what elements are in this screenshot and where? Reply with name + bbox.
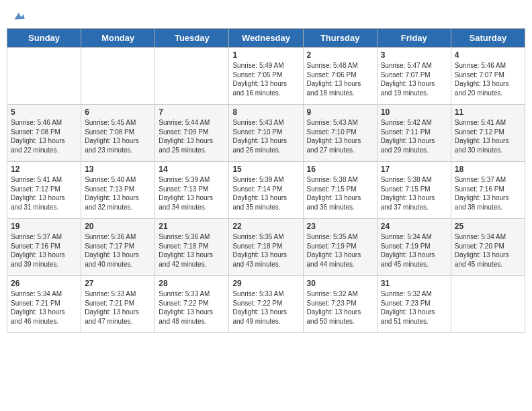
- day-number: 3: [381, 50, 447, 60]
- day-number: 10: [381, 107, 447, 117]
- calendar-week-row: 1Sunrise: 5:49 AM Sunset: 7:05 PM Daylig…: [7, 48, 525, 105]
- calendar-cell: [155, 48, 229, 105]
- day-info: Sunrise: 5:37 AM Sunset: 7:16 PM Dayligh…: [455, 175, 521, 212]
- day-info: Sunrise: 5:49 AM Sunset: 7:05 PM Dayligh…: [232, 61, 299, 97]
- calendar-cell: 19Sunrise: 5:37 AM Sunset: 7:16 PM Dayli…: [7, 219, 81, 276]
- day-number: 5: [11, 107, 77, 117]
- day-number: 13: [85, 165, 151, 174]
- calendar-cell: 2Sunrise: 5:48 AM Sunset: 7:06 PM Daylig…: [303, 48, 377, 105]
- day-info: Sunrise: 5:36 AM Sunset: 7:17 PM Dayligh…: [85, 232, 151, 269]
- day-number: 21: [159, 222, 225, 231]
- day-info: Sunrise: 5:46 AM Sunset: 7:07 PM Dayligh…: [455, 61, 521, 97]
- day-number: 15: [232, 165, 299, 174]
- calendar-cell: [451, 276, 525, 333]
- day-info: Sunrise: 5:47 AM Sunset: 7:07 PM Dayligh…: [381, 61, 447, 97]
- day-number: 12: [11, 165, 77, 174]
- day-info: Sunrise: 5:37 AM Sunset: 7:16 PM Dayligh…: [11, 232, 77, 269]
- calendar-cell: [81, 48, 155, 105]
- calendar-cell: 12Sunrise: 5:41 AM Sunset: 7:12 PM Dayli…: [7, 162, 81, 219]
- calendar-table: SundayMondayTuesdayWednesdayThursdayFrid…: [7, 28, 525, 333]
- calendar-cell: 28Sunrise: 5:33 AM Sunset: 7:22 PM Dayli…: [155, 276, 229, 333]
- calendar-cell: 24Sunrise: 5:34 AM Sunset: 7:19 PM Dayli…: [377, 219, 451, 276]
- weekday-header: Friday: [377, 29, 451, 48]
- day-number: 8: [232, 107, 299, 117]
- day-info: Sunrise: 5:33 AM Sunset: 7:21 PM Dayligh…: [85, 289, 151, 326]
- calendar-cell: 20Sunrise: 5:36 AM Sunset: 7:17 PM Dayli…: [81, 219, 155, 276]
- day-number: 11: [455, 107, 521, 117]
- day-number: 18: [455, 165, 521, 174]
- day-number: 17: [381, 165, 447, 174]
- day-number: 31: [381, 279, 447, 288]
- calendar-cell: 26Sunrise: 5:34 AM Sunset: 7:21 PM Dayli…: [7, 276, 81, 333]
- day-info: Sunrise: 5:41 AM Sunset: 7:12 PM Dayligh…: [455, 118, 521, 154]
- calendar-cell: 15Sunrise: 5:39 AM Sunset: 7:14 PM Dayli…: [229, 162, 303, 219]
- day-info: Sunrise: 5:32 AM Sunset: 7:23 PM Dayligh…: [307, 289, 373, 326]
- calendar-cell: 4Sunrise: 5:46 AM Sunset: 7:07 PM Daylig…: [451, 48, 525, 105]
- calendar-week-row: 5Sunrise: 5:46 AM Sunset: 7:08 PM Daylig…: [7, 105, 525, 162]
- day-number: 27: [85, 279, 151, 288]
- calendar-cell: 11Sunrise: 5:41 AM Sunset: 7:12 PM Dayli…: [451, 105, 525, 162]
- calendar-header-row: SundayMondayTuesdayWednesdayThursdayFrid…: [7, 29, 525, 48]
- day-number: 14: [159, 165, 225, 174]
- day-info: Sunrise: 5:46 AM Sunset: 7:08 PM Dayligh…: [11, 118, 77, 154]
- day-number: 7: [159, 107, 225, 117]
- weekday-header: Thursday: [303, 29, 377, 48]
- calendar-cell: 31Sunrise: 5:32 AM Sunset: 7:23 PM Dayli…: [377, 276, 451, 333]
- calendar-week-row: 12Sunrise: 5:41 AM Sunset: 7:12 PM Dayli…: [7, 162, 525, 219]
- day-number: 22: [232, 222, 299, 231]
- day-info: Sunrise: 5:35 AM Sunset: 7:18 PM Dayligh…: [232, 232, 299, 269]
- day-number: 20: [85, 222, 151, 231]
- day-info: Sunrise: 5:38 AM Sunset: 7:15 PM Dayligh…: [381, 175, 447, 212]
- day-number: 2: [307, 50, 373, 60]
- calendar-cell: 1Sunrise: 5:49 AM Sunset: 7:05 PM Daylig…: [229, 48, 303, 105]
- day-info: Sunrise: 5:33 AM Sunset: 7:22 PM Dayligh…: [232, 289, 299, 326]
- calendar-cell: 17Sunrise: 5:38 AM Sunset: 7:15 PM Dayli…: [377, 162, 451, 219]
- calendar-week-row: 19Sunrise: 5:37 AM Sunset: 7:16 PM Dayli…: [7, 219, 525, 276]
- calendar-cell: 18Sunrise: 5:37 AM Sunset: 7:16 PM Dayli…: [451, 162, 525, 219]
- day-number: 16: [307, 165, 373, 174]
- day-info: Sunrise: 5:43 AM Sunset: 7:10 PM Dayligh…: [232, 118, 299, 154]
- weekday-header: Monday: [81, 29, 155, 48]
- day-info: Sunrise: 5:36 AM Sunset: 7:18 PM Dayligh…: [159, 232, 225, 269]
- day-info: Sunrise: 5:35 AM Sunset: 7:19 PM Dayligh…: [307, 232, 373, 269]
- calendar-cell: 16Sunrise: 5:38 AM Sunset: 7:15 PM Dayli…: [303, 162, 377, 219]
- day-info: Sunrise: 5:33 AM Sunset: 7:22 PM Dayligh…: [159, 289, 225, 326]
- calendar-cell: 25Sunrise: 5:34 AM Sunset: 7:20 PM Dayli…: [451, 219, 525, 276]
- calendar-cell: 3Sunrise: 5:47 AM Sunset: 7:07 PM Daylig…: [377, 48, 451, 105]
- calendar-cell: 22Sunrise: 5:35 AM Sunset: 7:18 PM Dayli…: [229, 219, 303, 276]
- weekday-header: Sunday: [7, 29, 81, 48]
- day-info: Sunrise: 5:32 AM Sunset: 7:23 PM Dayligh…: [381, 289, 447, 326]
- day-info: Sunrise: 5:48 AM Sunset: 7:06 PM Dayligh…: [307, 61, 373, 97]
- day-number: 24: [381, 222, 447, 231]
- calendar-cell: 9Sunrise: 5:43 AM Sunset: 7:10 PM Daylig…: [303, 105, 377, 162]
- calendar-cell: 27Sunrise: 5:33 AM Sunset: 7:21 PM Dayli…: [81, 276, 155, 333]
- day-number: 29: [232, 279, 299, 288]
- logo: [11, 9, 26, 20]
- calendar-cell: 6Sunrise: 5:45 AM Sunset: 7:08 PM Daylig…: [81, 105, 155, 162]
- day-info: Sunrise: 5:44 AM Sunset: 7:09 PM Dayligh…: [159, 118, 225, 154]
- day-info: Sunrise: 5:34 AM Sunset: 7:20 PM Dayligh…: [455, 232, 521, 269]
- logo-bird-icon: [12, 9, 26, 23]
- day-info: Sunrise: 5:42 AM Sunset: 7:11 PM Dayligh…: [381, 118, 447, 154]
- day-info: Sunrise: 5:45 AM Sunset: 7:08 PM Dayligh…: [85, 118, 151, 154]
- day-info: Sunrise: 5:41 AM Sunset: 7:12 PM Dayligh…: [11, 175, 77, 212]
- day-info: Sunrise: 5:34 AM Sunset: 7:19 PM Dayligh…: [381, 232, 447, 269]
- day-number: 6: [85, 107, 151, 117]
- calendar-cell: 14Sunrise: 5:39 AM Sunset: 7:13 PM Dayli…: [155, 162, 229, 219]
- day-number: 4: [455, 50, 521, 60]
- calendar-cell: 30Sunrise: 5:32 AM Sunset: 7:23 PM Dayli…: [303, 276, 377, 333]
- day-info: Sunrise: 5:39 AM Sunset: 7:14 PM Dayligh…: [232, 175, 299, 212]
- day-number: 19: [11, 222, 77, 231]
- calendar-cell: 8Sunrise: 5:43 AM Sunset: 7:10 PM Daylig…: [229, 105, 303, 162]
- day-number: 30: [307, 279, 373, 288]
- day-info: Sunrise: 5:38 AM Sunset: 7:15 PM Dayligh…: [307, 175, 373, 212]
- calendar-week-row: 26Sunrise: 5:34 AM Sunset: 7:21 PM Dayli…: [7, 276, 525, 333]
- calendar-cell: 13Sunrise: 5:40 AM Sunset: 7:13 PM Dayli…: [81, 162, 155, 219]
- day-info: Sunrise: 5:39 AM Sunset: 7:13 PM Dayligh…: [159, 175, 225, 212]
- weekday-header: Wednesday: [229, 29, 303, 48]
- day-number: 23: [307, 222, 373, 231]
- day-number: 26: [11, 279, 77, 288]
- day-number: 28: [159, 279, 225, 288]
- calendar-cell: 23Sunrise: 5:35 AM Sunset: 7:19 PM Dayli…: [303, 219, 377, 276]
- calendar-cell: 10Sunrise: 5:42 AM Sunset: 7:11 PM Dayli…: [377, 105, 451, 162]
